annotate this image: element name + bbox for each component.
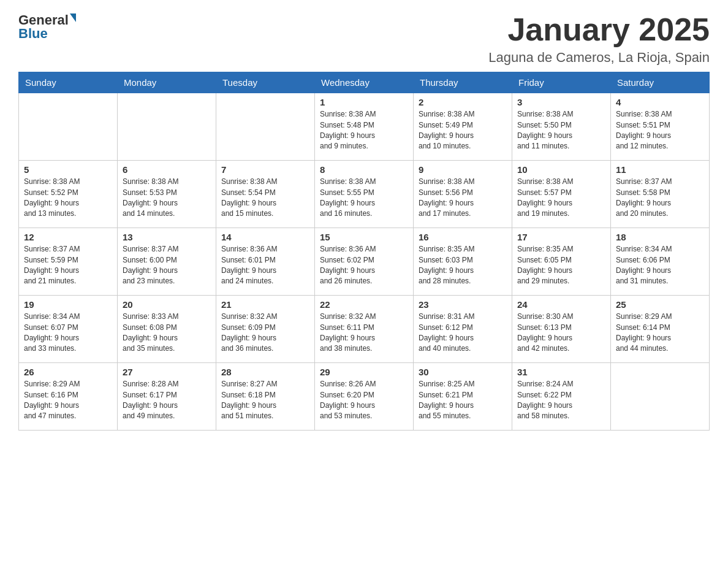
calendar-week-row: 26Sunrise: 8:29 AMSunset: 6:16 PMDayligh…: [19, 363, 710, 431]
day-number: 13: [123, 232, 211, 242]
day-info: Sunrise: 8:38 AMSunset: 5:54 PMDaylight:…: [221, 177, 309, 220]
calendar-cell: [19, 93, 118, 161]
calendar-cell: 6Sunrise: 8:38 AMSunset: 5:53 PMDaylight…: [118, 161, 216, 228]
day-info: Sunrise: 8:38 AMSunset: 5:57 PMDaylight:…: [517, 177, 605, 220]
day-info: Sunrise: 8:36 AMSunset: 6:02 PMDaylight:…: [320, 244, 408, 287]
day-info: Sunrise: 8:32 AMSunset: 6:09 PMDaylight:…: [221, 312, 309, 354]
day-number: 23: [419, 299, 507, 310]
day-info: Sunrise: 8:27 AMSunset: 6:18 PMDaylight:…: [221, 379, 309, 422]
day-info: Sunrise: 8:37 AMSunset: 6:00 PMDaylight:…: [123, 244, 211, 287]
day-info: Sunrise: 8:38 AMSunset: 5:48 PMDaylight:…: [320, 109, 408, 152]
day-number: 25: [616, 299, 704, 310]
calendar-cell: 3Sunrise: 8:38 AMSunset: 5:50 PMDaylight…: [512, 93, 611, 161]
calendar-cell: 9Sunrise: 8:38 AMSunset: 5:56 PMDaylight…: [414, 161, 512, 228]
calendar-cell: 29Sunrise: 8:26 AMSunset: 6:20 PMDayligh…: [315, 363, 414, 431]
calendar-cell: 22Sunrise: 8:32 AMSunset: 6:11 PMDayligh…: [315, 296, 414, 363]
day-number: 31: [517, 367, 605, 377]
day-number: 11: [616, 164, 704, 175]
calendar-cell: 16Sunrise: 8:35 AMSunset: 6:03 PMDayligh…: [414, 228, 512, 296]
day-number: 7: [221, 164, 309, 175]
logo-blue: Blue: [18, 26, 48, 42]
weekday-header-friday: Friday: [512, 72, 611, 93]
day-info: Sunrise: 8:34 AMSunset: 6:07 PMDaylight:…: [24, 312, 112, 354]
day-number: 2: [419, 97, 507, 107]
logo: General Blue: [18, 12, 77, 42]
weekday-header-thursday: Thursday: [414, 72, 512, 93]
day-info: Sunrise: 8:35 AMSunset: 6:05 PMDaylight:…: [517, 244, 605, 287]
day-info: Sunrise: 8:37 AMSunset: 5:58 PMDaylight:…: [616, 177, 704, 220]
calendar-week-row: 12Sunrise: 8:37 AMSunset: 5:59 PMDayligh…: [19, 228, 710, 296]
day-number: 20: [123, 299, 211, 310]
calendar-cell: 20Sunrise: 8:33 AMSunset: 6:08 PMDayligh…: [118, 296, 216, 363]
calendar-cell: 11Sunrise: 8:37 AMSunset: 5:58 PMDayligh…: [611, 161, 710, 228]
calendar-cell: 15Sunrise: 8:36 AMSunset: 6:02 PMDayligh…: [315, 228, 414, 296]
day-number: 22: [320, 299, 408, 310]
day-info: Sunrise: 8:30 AMSunset: 6:13 PMDaylight:…: [517, 312, 605, 354]
calendar-cell: 17Sunrise: 8:35 AMSunset: 6:05 PMDayligh…: [512, 228, 611, 296]
calendar-cell: 19Sunrise: 8:34 AMSunset: 6:07 PMDayligh…: [19, 296, 118, 363]
calendar-week-row: 19Sunrise: 8:34 AMSunset: 6:07 PMDayligh…: [19, 296, 710, 363]
calendar-cell: 12Sunrise: 8:37 AMSunset: 5:59 PMDayligh…: [19, 228, 118, 296]
day-info: Sunrise: 8:29 AMSunset: 6:16 PMDaylight:…: [24, 379, 112, 422]
day-number: 5: [24, 164, 112, 175]
day-number: 26: [24, 367, 112, 377]
month-title: January 2025: [488, 12, 710, 47]
calendar-cell: 14Sunrise: 8:36 AMSunset: 6:01 PMDayligh…: [216, 228, 315, 296]
calendar-cell: 25Sunrise: 8:29 AMSunset: 6:14 PMDayligh…: [611, 296, 710, 363]
calendar-cell: 24Sunrise: 8:30 AMSunset: 6:13 PMDayligh…: [512, 296, 611, 363]
day-info: Sunrise: 8:38 AMSunset: 5:55 PMDaylight:…: [320, 177, 408, 220]
calendar-cell: 10Sunrise: 8:38 AMSunset: 5:57 PMDayligh…: [512, 161, 611, 228]
day-info: Sunrise: 8:29 AMSunset: 6:14 PMDaylight:…: [616, 312, 704, 354]
day-number: 10: [517, 164, 605, 175]
day-number: 1: [320, 97, 408, 107]
calendar-cell: 28Sunrise: 8:27 AMSunset: 6:18 PMDayligh…: [216, 363, 315, 431]
calendar-cell: [216, 93, 315, 161]
calendar-week-row: 5Sunrise: 8:38 AMSunset: 5:52 PMDaylight…: [19, 161, 710, 228]
day-info: Sunrise: 8:26 AMSunset: 6:20 PMDaylight:…: [320, 379, 408, 422]
calendar-cell: 2Sunrise: 8:38 AMSunset: 5:49 PMDaylight…: [414, 93, 512, 161]
day-info: Sunrise: 8:32 AMSunset: 6:11 PMDaylight:…: [320, 312, 408, 354]
day-number: 15: [320, 232, 408, 242]
title-area: January 2025 Laguna de Cameros, La Rioja…: [488, 12, 710, 66]
calendar-cell: 27Sunrise: 8:28 AMSunset: 6:17 PMDayligh…: [118, 363, 216, 431]
day-info: Sunrise: 8:24 AMSunset: 6:22 PMDaylight:…: [517, 379, 605, 422]
day-number: 24: [517, 299, 605, 310]
day-number: 27: [123, 367, 211, 377]
day-number: 16: [419, 232, 507, 242]
weekday-header-saturday: Saturday: [611, 72, 710, 93]
day-number: 9: [419, 164, 507, 175]
calendar-cell: 5Sunrise: 8:38 AMSunset: 5:52 PMDaylight…: [19, 161, 118, 228]
day-info: Sunrise: 8:35 AMSunset: 6:03 PMDaylight:…: [419, 244, 507, 287]
calendar-cell: 1Sunrise: 8:38 AMSunset: 5:48 PMDaylight…: [315, 93, 414, 161]
calendar-table: SundayMondayTuesdayWednesdayThursdayFrid…: [18, 72, 710, 431]
day-number: 3: [517, 97, 605, 107]
calendar-cell: 13Sunrise: 8:37 AMSunset: 6:00 PMDayligh…: [118, 228, 216, 296]
calendar-cell: [611, 363, 710, 431]
day-info: Sunrise: 8:36 AMSunset: 6:01 PMDaylight:…: [221, 244, 309, 287]
day-number: 18: [616, 232, 704, 242]
day-number: 12: [24, 232, 112, 242]
day-info: Sunrise: 8:28 AMSunset: 6:17 PMDaylight:…: [123, 379, 211, 422]
day-info: Sunrise: 8:33 AMSunset: 6:08 PMDaylight:…: [123, 312, 211, 354]
day-info: Sunrise: 8:37 AMSunset: 5:59 PMDaylight:…: [24, 244, 112, 287]
day-number: 28: [221, 367, 309, 377]
calendar-cell: 30Sunrise: 8:25 AMSunset: 6:21 PMDayligh…: [414, 363, 512, 431]
page-header: General Blue January 2025 Laguna de Came…: [18, 12, 710, 66]
weekday-header-monday: Monday: [118, 72, 216, 93]
day-number: 30: [419, 367, 507, 377]
day-info: Sunrise: 8:38 AMSunset: 5:53 PMDaylight:…: [123, 177, 211, 220]
day-info: Sunrise: 8:38 AMSunset: 5:49 PMDaylight:…: [419, 109, 507, 152]
day-info: Sunrise: 8:25 AMSunset: 6:21 PMDaylight:…: [419, 379, 507, 422]
day-number: 8: [320, 164, 408, 175]
day-info: Sunrise: 8:38 AMSunset: 5:52 PMDaylight:…: [24, 177, 112, 220]
calendar-header-row: SundayMondayTuesdayWednesdayThursdayFrid…: [19, 72, 710, 93]
day-info: Sunrise: 8:38 AMSunset: 5:50 PMDaylight:…: [517, 109, 605, 152]
day-number: 19: [24, 299, 112, 310]
calendar-cell: 23Sunrise: 8:31 AMSunset: 6:12 PMDayligh…: [414, 296, 512, 363]
weekday-header-tuesday: Tuesday: [216, 72, 315, 93]
day-number: 6: [123, 164, 211, 175]
day-info: Sunrise: 8:38 AMSunset: 5:56 PMDaylight:…: [419, 177, 507, 220]
day-number: 29: [320, 367, 408, 377]
calendar-cell: 21Sunrise: 8:32 AMSunset: 6:09 PMDayligh…: [216, 296, 315, 363]
day-number: 4: [616, 97, 704, 107]
